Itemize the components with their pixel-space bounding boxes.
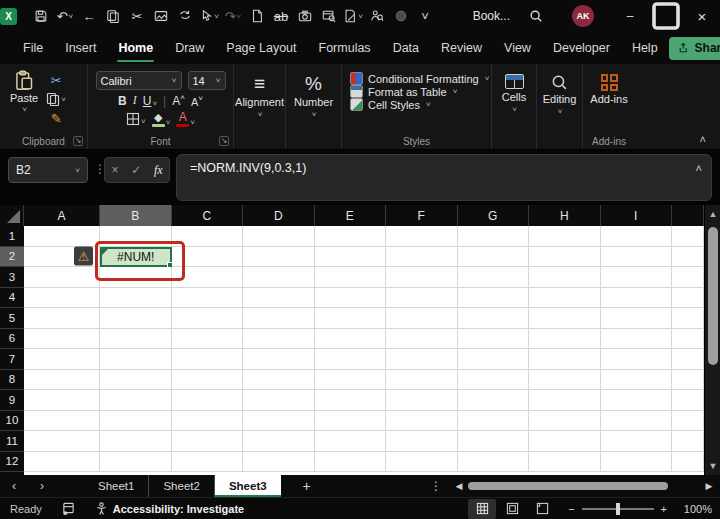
ribbon-tab-insert[interactable]: Insert [54, 35, 107, 61]
cell-i2[interactable] [601, 247, 673, 268]
excel-logo-icon[interactable]: X [0, 8, 17, 25]
cell-c7[interactable] [172, 349, 244, 370]
cell-e12[interactable] [315, 452, 387, 473]
cell-f8[interactable] [386, 370, 458, 391]
cell-i11[interactable] [601, 431, 673, 452]
cell-d4[interactable] [243, 288, 315, 309]
cell-g9[interactable] [458, 390, 530, 411]
number-button[interactable]: % Number ˅ [290, 70, 337, 119]
maximize-button[interactable] [648, 0, 684, 32]
cell-partial-5[interactable] [672, 308, 704, 329]
page-break-preview-button[interactable] [528, 499, 556, 519]
camera-icon[interactable] [293, 3, 317, 29]
cell-a8[interactable] [24, 370, 100, 391]
cell-partial-11[interactable] [672, 431, 704, 452]
format-as-table-button[interactable]: Format as Table˅ [350, 85, 487, 98]
cell-a4[interactable] [24, 288, 100, 309]
cell-h4[interactable] [529, 288, 601, 309]
format-painter-button[interactable]: ✎ [44, 110, 68, 126]
cell-partial-3[interactable] [672, 267, 704, 288]
zoom-out-button[interactable]: − [568, 503, 574, 515]
ribbon-tab-draw[interactable]: Draw [164, 35, 215, 61]
font-size-select[interactable]: 14 ˅ [188, 71, 226, 90]
cell-b2[interactable]: #NUM! [100, 247, 172, 268]
fill-color-button[interactable]: ◆ ˅ [152, 112, 171, 127]
close-button[interactable]: × [684, 0, 720, 32]
select-all-corner[interactable] [0, 205, 24, 226]
cell-h11[interactable] [529, 431, 601, 452]
cell-e6[interactable] [315, 329, 387, 350]
scroll-down-icon[interactable]: ▼ [705, 457, 720, 475]
vertical-scrollbar[interactable]: ▲ ▼ [704, 205, 720, 475]
person-search-icon[interactable] [365, 3, 389, 29]
cell-e4[interactable] [315, 288, 387, 309]
ribbon-tab-data[interactable]: Data [382, 35, 430, 61]
cell-c4[interactable] [172, 288, 244, 309]
cell-f4[interactable] [386, 288, 458, 309]
accessibility-status[interactable]: Accessibility: Investigate [85, 502, 254, 515]
save-icon[interactable] [29, 3, 53, 29]
cell-g11[interactable] [458, 431, 530, 452]
cell-i5[interactable] [601, 308, 673, 329]
ribbon-tab-developer[interactable]: Developer [542, 35, 621, 61]
touch-mode-icon[interactable]: ˅ [197, 3, 221, 29]
cell-partial-8[interactable] [672, 370, 704, 391]
cell-d2[interactable] [243, 247, 315, 268]
cell-h9[interactable] [529, 390, 601, 411]
cells-button[interactable]: Cells ˅ [496, 70, 532, 114]
ribbon-tab-file[interactable]: File [12, 35, 54, 61]
column-header-d[interactable]: D [243, 205, 315, 226]
increase-font-button[interactable]: A ˄ [172, 93, 185, 108]
column-header-partial[interactable] [672, 205, 704, 226]
cell-c10[interactable] [172, 411, 244, 432]
cell-c11[interactable] [172, 431, 244, 452]
cell-d10[interactable] [243, 411, 315, 432]
row-header-7[interactable]: 7 [0, 349, 24, 370]
ribbon-tab-home[interactable]: Home [107, 35, 164, 61]
cell-c8[interactable] [172, 370, 244, 391]
ribbon-tab-page-layout[interactable]: Page Layout [215, 35, 307, 61]
cell-h3[interactable] [529, 267, 601, 288]
cell-a5[interactable] [24, 308, 100, 329]
share-button[interactable]: Share ˅ [669, 37, 720, 60]
vertical-scroll-thumb[interactable] [708, 227, 718, 365]
cell-a9[interactable] [24, 390, 100, 411]
cell-g1[interactable] [458, 226, 530, 247]
cell-i4[interactable] [601, 288, 673, 309]
cell-e9[interactable] [315, 390, 387, 411]
paste-button[interactable]: Paste ˅ [10, 70, 38, 133]
alignment-button[interactable]: ≡ Alignment ˅ [238, 70, 281, 119]
screenshot-icon[interactable] [149, 3, 173, 29]
cell-b3[interactable] [100, 267, 172, 288]
cell-b10[interactable] [100, 411, 172, 432]
cell-f11[interactable] [386, 431, 458, 452]
cell-g8[interactable] [458, 370, 530, 391]
sheet-tab-sheet2[interactable]: Sheet2 [149, 475, 214, 497]
borders-button[interactable]: ˅ [126, 112, 146, 126]
collapse-formula-bar-icon[interactable]: ˄ [696, 162, 702, 174]
cell-f7[interactable] [386, 349, 458, 370]
customize-toolbar-icon[interactable]: ˅ [413, 3, 437, 29]
zoom-slider[interactable] [582, 508, 654, 510]
cell-f2[interactable] [386, 247, 458, 268]
column-header-i[interactable]: I [601, 205, 673, 226]
error-trace-warning-icon[interactable]: ⚠ [74, 247, 93, 266]
cell-d6[interactable] [243, 329, 315, 350]
cell-h2[interactable] [529, 247, 601, 268]
cell-d1[interactable] [243, 226, 315, 247]
sheet-tab-sheet1[interactable]: Sheet1 [84, 475, 149, 497]
cell-h8[interactable] [529, 370, 601, 391]
back-icon[interactable]: ← [77, 3, 101, 29]
cell-g7[interactable] [458, 349, 530, 370]
cell-b1[interactable] [100, 226, 172, 247]
formula-input[interactable]: =NORM.INV(9,0.3,1) ˄ [176, 154, 712, 201]
underline-button[interactable]: U ˅ [143, 94, 157, 108]
cell-h1[interactable] [529, 226, 601, 247]
row-header-2[interactable]: 2 [0, 247, 24, 268]
cell-f12[interactable] [386, 452, 458, 473]
bold-button[interactable]: B [118, 94, 127, 108]
cell-d9[interactable] [243, 390, 315, 411]
cell-b5[interactable] [100, 308, 172, 329]
cell-a3[interactable] [24, 267, 100, 288]
cell-a1[interactable] [24, 226, 100, 247]
